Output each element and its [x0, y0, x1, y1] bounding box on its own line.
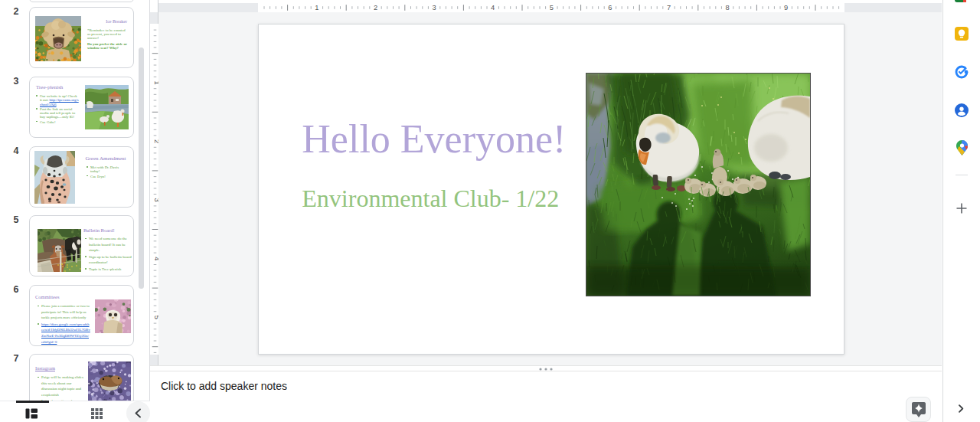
svg-text:6: 6	[608, 4, 612, 11]
svg-text:5: 5	[153, 316, 158, 319]
svg-text:1: 1	[315, 4, 318, 11]
svg-text:7: 7	[667, 4, 671, 11]
svg-text:8: 8	[726, 4, 730, 11]
svg-text:4: 4	[153, 257, 158, 260]
svg-text:9: 9	[784, 4, 788, 11]
svg-text:3: 3	[433, 4, 436, 11]
svg-text:5: 5	[550, 4, 554, 11]
svg-text:4: 4	[491, 4, 495, 11]
svg-text:1: 1	[153, 80, 158, 84]
svg-text:2: 2	[153, 139, 158, 143]
svg-text:3: 3	[153, 198, 158, 202]
svg-text:2: 2	[374, 4, 377, 11]
